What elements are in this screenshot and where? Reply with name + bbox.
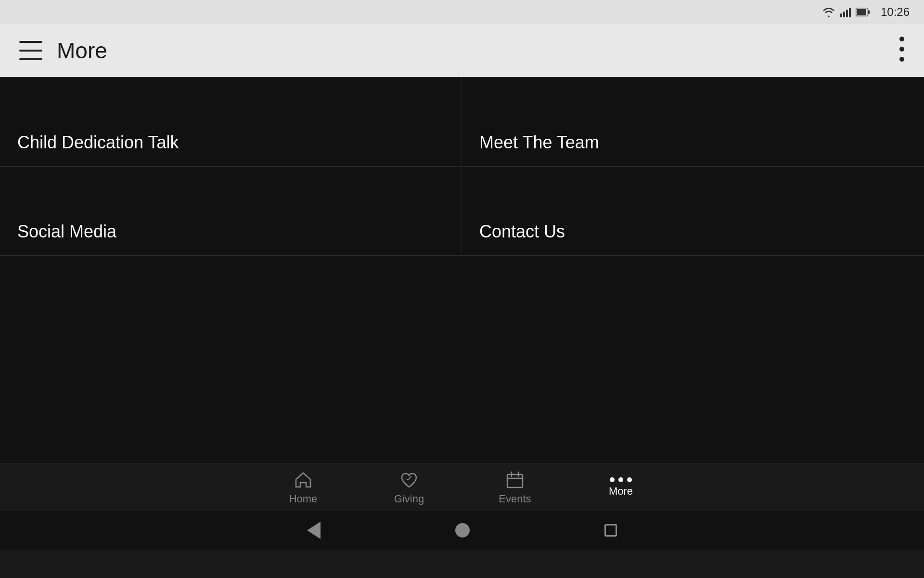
hamburger-line-2	[19, 50, 42, 52]
nav-item-events[interactable]: Events	[462, 465, 568, 510]
system-navigation-bar	[0, 511, 924, 550]
content-grid: Child Dedication Talk Meet The Team Soci…	[0, 77, 924, 256]
grid-cell-meet-the-team[interactable]: Meet The Team	[462, 78, 924, 167]
nav-item-more[interactable]: More	[568, 473, 674, 502]
svg-point-8	[899, 47, 904, 52]
home-icon	[293, 470, 313, 490]
back-triangle-icon	[307, 522, 321, 539]
grid-cell-social-media[interactable]: Social Media	[0, 167, 462, 256]
signal-icon	[840, 7, 851, 17]
status-time: 10:26	[881, 5, 910, 19]
wifi-icon	[822, 7, 835, 17]
bottom-navigation: Home Giving Events More	[0, 463, 924, 511]
hamburger-line-3	[19, 58, 42, 60]
grid-cell-contact-us[interactable]: Contact Us	[462, 167, 924, 256]
child-dedication-talk-label: Child Dedication Talk	[17, 132, 179, 153]
battery-icon	[856, 8, 870, 16]
nav-events-label: Events	[499, 493, 531, 505]
more-dot-2	[618, 477, 623, 482]
nav-item-giving[interactable]: Giving	[356, 465, 462, 510]
more-dot-3	[627, 477, 632, 482]
svg-rect-1	[843, 12, 845, 17]
social-media-label: Social Media	[17, 222, 116, 242]
recents-button[interactable]	[604, 524, 617, 537]
contact-us-label: Contact Us	[479, 222, 565, 242]
svg-point-9	[899, 57, 904, 62]
svg-rect-6	[868, 10, 870, 14]
svg-point-7	[899, 37, 904, 41]
home-button[interactable]	[455, 523, 470, 538]
meet-the-team-label: Meet The Team	[479, 132, 599, 153]
home-circle-icon	[455, 523, 470, 538]
top-app-bar: More	[0, 24, 924, 77]
hamburger-menu-icon[interactable]	[19, 41, 42, 60]
giving-icon	[399, 470, 419, 490]
nav-giving-label: Giving	[394, 493, 424, 505]
grid-cell-child-dedication-talk[interactable]: Child Dedication Talk	[0, 78, 462, 167]
events-icon	[505, 470, 525, 490]
page-title: More	[57, 38, 899, 64]
status-bar: 10:26	[0, 0, 924, 24]
svg-rect-5	[857, 9, 866, 15]
svg-rect-0	[840, 13, 842, 17]
svg-rect-2	[846, 10, 848, 17]
more-icon	[610, 477, 632, 482]
back-button[interactable]	[307, 522, 321, 539]
more-dot-1	[610, 477, 615, 482]
empty-content-area	[0, 256, 924, 463]
nav-more-label: More	[609, 485, 633, 498]
svg-rect-10	[507, 474, 523, 487]
hamburger-line-1	[19, 41, 42, 43]
recents-square-icon	[604, 524, 617, 537]
nav-home-label: Home	[289, 493, 318, 505]
overflow-menu-icon[interactable]	[899, 36, 905, 66]
nav-item-home[interactable]: Home	[250, 465, 356, 510]
svg-rect-3	[849, 8, 851, 17]
